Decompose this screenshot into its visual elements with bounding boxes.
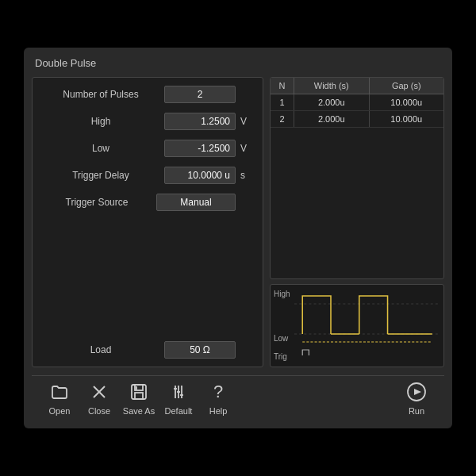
run-icon (405, 381, 428, 403)
low-label: Low (42, 143, 159, 154)
trigger-source-input[interactable] (156, 194, 236, 211)
high-label: High (42, 116, 159, 127)
close-label: Close (88, 406, 110, 416)
run-button[interactable]: Run (397, 381, 436, 416)
col-n-header: N (271, 78, 294, 94)
title-bar: Double Pulse (32, 56, 444, 71)
help-button[interactable]: ? Help (198, 381, 238, 416)
open-label: Open (49, 406, 71, 416)
table-header: N Width (s) Gap (s) (271, 78, 443, 94)
svg-rect-9 (135, 393, 143, 399)
close-button[interactable]: Close (79, 381, 119, 416)
row2-width: 2.000u (294, 111, 370, 127)
load-input[interactable] (164, 341, 236, 359)
open-icon (48, 381, 71, 403)
high-input[interactable] (164, 113, 236, 130)
num-pulses-label: Number of Pulses (42, 89, 159, 100)
col-width-header: Width (s) (294, 78, 370, 94)
high-unit: V (240, 116, 253, 127)
low-row: Low V (42, 140, 253, 157)
waveform-canvas (294, 288, 440, 363)
high-row: High V (42, 113, 253, 130)
trigger-delay-input[interactable] (164, 167, 236, 184)
low-input[interactable] (164, 140, 236, 157)
content-area: Number of Pulses High V Low V Trigger De… (32, 77, 444, 367)
toolbar: Open Close Save As (32, 375, 444, 420)
right-panel: N Width (s) Gap (s) 1 2.000u 10.000u 2 2… (270, 77, 444, 367)
col-gap-header: Gap (s) (370, 78, 444, 94)
default-button[interactable]: Default (159, 381, 198, 416)
trigger-delay-unit: s (240, 170, 253, 181)
svg-rect-7 (132, 385, 146, 399)
trigger-delay-label: Trigger Delay (42, 170, 159, 181)
waveform-high-label: High (274, 290, 290, 298)
save-as-icon (128, 381, 150, 403)
row1-gap: 10.000u (370, 94, 444, 110)
left-panel: Number of Pulses High V Low V Trigger De… (32, 77, 263, 367)
save-as-label: Save As (123, 406, 155, 416)
num-pulses-row: Number of Pulses (42, 86, 253, 103)
close-icon (88, 381, 110, 403)
num-pulses-input[interactable] (164, 86, 236, 103)
help-label: Help (209, 406, 228, 416)
row2-n: 2 (271, 111, 294, 127)
open-button[interactable]: Open (40, 381, 79, 416)
trigger-source-label: Trigger Source (42, 197, 152, 208)
row1-n: 1 (271, 94, 294, 110)
table-row: 2 2.000u 10.000u (271, 111, 443, 128)
trigger-delay-row: Trigger Delay s (42, 167, 253, 184)
run-label: Run (409, 406, 424, 416)
load-label: Load (42, 344, 159, 355)
row1-width: 2.000u (294, 94, 370, 110)
waveform-low-label: Low (274, 334, 288, 343)
save-as-button[interactable]: Save As (119, 381, 159, 416)
waveform-svg (294, 288, 440, 363)
pulse-table: N Width (s) Gap (s) 1 2.000u 10.000u 2 2… (270, 77, 444, 279)
trigger-source-row: Trigger Source (42, 194, 253, 211)
low-unit: V (240, 143, 253, 154)
table-row: 1 2.000u 10.000u (271, 94, 443, 111)
waveform-section: High Low Trig (270, 284, 444, 367)
panel-title: Double Pulse (35, 57, 96, 69)
main-panel: Double Pulse Number of Pulses High V Low… (24, 48, 452, 428)
default-label: Default (165, 406, 193, 416)
default-icon (167, 381, 190, 403)
waveform-trig-label: Trig (274, 352, 287, 361)
load-row: Load (42, 341, 253, 359)
row2-gap: 10.000u (370, 111, 444, 127)
help-icon: ? (207, 381, 229, 403)
svg-marker-18 (414, 389, 421, 395)
